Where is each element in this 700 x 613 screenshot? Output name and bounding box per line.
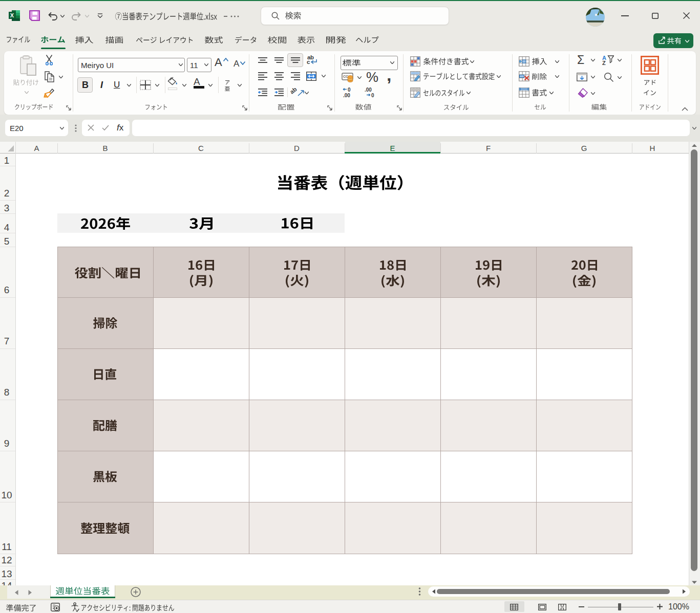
svg-text:.00: .00 (365, 87, 372, 93)
svg-text:0: 0 (371, 93, 374, 98)
svg-text:CC: CC (343, 75, 348, 78)
svg-text:.00: .00 (343, 93, 350, 98)
svg-text:Z: Z (602, 60, 606, 65)
svg-text:0: 0 (348, 87, 351, 93)
svg-text:X: X (10, 12, 14, 18)
